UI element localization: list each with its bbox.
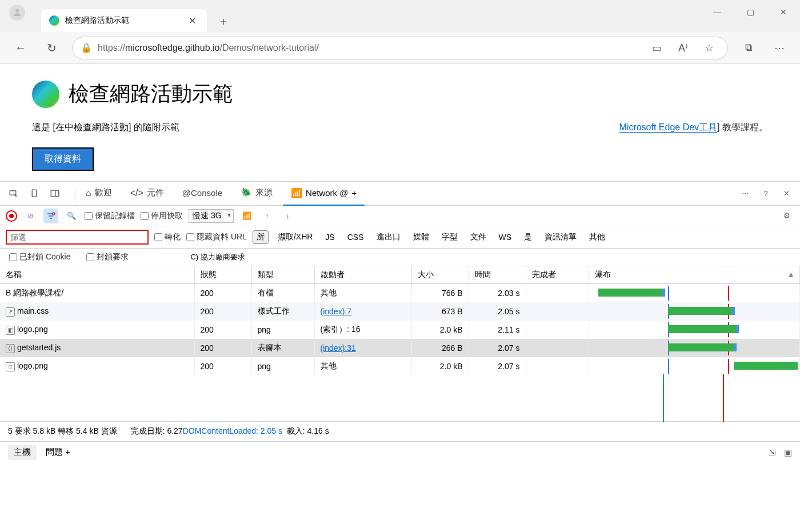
- drawer-tab-host[interactable]: 主機: [8, 445, 37, 460]
- reader-icon[interactable]: ▭: [646, 38, 667, 58]
- code-icon: </>: [130, 188, 143, 198]
- new-tab-button[interactable]: ＋: [213, 10, 234, 32]
- address-bar[interactable]: 🔒 https://microsoftedge.github.io/Demos/…: [72, 37, 728, 59]
- home-icon: ⌂: [86, 188, 91, 198]
- search-icon[interactable]: 🔍: [64, 209, 79, 223]
- col-time[interactable]: 時間: [469, 266, 526, 284]
- read-aloud-icon[interactable]: A⁾: [673, 38, 693, 58]
- help-button[interactable]: ?: [757, 185, 775, 202]
- profile-avatar[interactable]: [9, 5, 25, 21]
- drawer-expand-icon[interactable]: ▣: [784, 447, 792, 458]
- filter-wasm[interactable]: 是: [521, 231, 535, 243]
- cell-initiator[interactable]: (index):31: [314, 339, 411, 357]
- blocked-cookies-checkbox[interactable]: 已封鎖 Cookie: [9, 252, 70, 262]
- favorite-icon[interactable]: ☆: [699, 38, 719, 58]
- cell-name: ↗main.css: [0, 302, 194, 321]
- filter-media[interactable]: 媒體: [410, 231, 433, 243]
- devtools-panel: ⌂歡迎 </>元件 @Console 🪲來源 📶Network @ + ⋯ ? …: [0, 181, 800, 463]
- filter-other[interactable]: 其他: [586, 231, 609, 243]
- col-type[interactable]: 類型: [251, 266, 314, 284]
- filter-fetch[interactable]: 擷取/XHR: [274, 231, 316, 243]
- filter-toggle-icon[interactable]: [43, 209, 58, 223]
- cell-time: 2.05 s: [469, 302, 526, 321]
- col-fulfilled[interactable]: 完成者: [526, 266, 589, 284]
- close-devtools-button[interactable]: ✕: [777, 185, 795, 202]
- cell-initiator: 其他: [314, 284, 411, 303]
- filter-ws[interactable]: WS: [495, 231, 515, 243]
- table-row[interactable]: □logo.png 200 png 其他 2.0 kB 2.07 s: [0, 357, 800, 375]
- tab-network[interactable]: 📶Network @ +: [283, 182, 365, 206]
- cell-fulfilled: [526, 339, 589, 357]
- invert-checkbox[interactable]: 轉化: [154, 232, 181, 242]
- col-initiator[interactable]: 啟動者: [314, 266, 411, 284]
- filter-font[interactable]: 字型: [438, 231, 461, 243]
- table-row[interactable]: ↗main.css 200 樣式工作 (index):7 673 B 2.05 …: [0, 302, 800, 321]
- refresh-button[interactable]: ↻: [41, 38, 62, 58]
- minimize-button[interactable]: —: [701, 0, 734, 24]
- filter-doc[interactable]: 文件: [467, 231, 490, 243]
- back-button[interactable]: ←: [10, 38, 31, 58]
- filter-js[interactable]: JS: [322, 231, 338, 243]
- dock-side-icon[interactable]: [46, 185, 64, 202]
- export-har-icon[interactable]: ↓: [281, 209, 295, 223]
- edge-logo-icon: [32, 81, 59, 108]
- get-data-button[interactable]: 取得資料: [32, 147, 94, 171]
- record-button[interactable]: [6, 210, 17, 222]
- filter-css[interactable]: CSS: [344, 231, 367, 243]
- filter-all[interactable]: 所: [253, 230, 269, 244]
- cell-name: ⟨⟩getstarted.js: [0, 339, 194, 357]
- cell-size: 766 B: [411, 284, 469, 303]
- tab-welcome[interactable]: ⌂歡迎: [78, 182, 120, 206]
- cell-initiator[interactable]: (index):7: [314, 302, 411, 321]
- svg-rect-2: [32, 190, 37, 197]
- tab-sources[interactable]: 🪲來源: [233, 182, 281, 206]
- cell-name: B 網路教學課程/: [0, 284, 194, 303]
- file-type-icon: □: [6, 362, 15, 371]
- device-toggle-icon[interactable]: [25, 185, 43, 202]
- inspect-element-icon[interactable]: [5, 185, 23, 202]
- hide-data-urls-checkbox[interactable]: 隱藏資料 URL: [186, 232, 247, 242]
- col-name[interactable]: 名稱: [0, 266, 194, 284]
- cell-time: 2.11 s: [469, 321, 526, 339]
- table-row[interactable]: ◧logo.png 200 png (索引）: 16 2.0 kB 2.11 s: [0, 321, 800, 339]
- blocked-requests-checkbox[interactable]: 封鎖要求: [86, 252, 129, 262]
- col-size[interactable]: 大小: [411, 266, 469, 284]
- tab-close-button[interactable]: ✕: [185, 14, 199, 27]
- network-settings-icon[interactable]: ⚙: [779, 209, 794, 223]
- close-window-button[interactable]: ✕: [767, 0, 800, 24]
- cell-name: □logo.png: [0, 357, 194, 375]
- preserve-log-checkbox[interactable]: 保留記錄檔: [85, 211, 135, 221]
- network-status-bar: 5 要求 5.8 kB 轉移 5.4 kB 資源 完成日期: 6.27DOMCo…: [0, 421, 800, 441]
- disable-cache-checkbox[interactable]: 停用快取: [141, 211, 183, 221]
- cell-status: 200: [194, 302, 251, 321]
- maximize-button[interactable]: ▢: [734, 0, 767, 24]
- drawer-tab-issues[interactable]: 問題 +: [46, 447, 70, 458]
- clear-button[interactable]: ⊘: [23, 209, 38, 223]
- cell-size: 673 B: [411, 302, 469, 321]
- filter-img[interactable]: 進出口: [373, 231, 404, 243]
- cell-status: 200: [194, 321, 251, 339]
- throttling-select[interactable]: 慢速 3G: [189, 209, 234, 223]
- table-row[interactable]: ⟨⟩getstarted.js 200 表腳本 (index):31 266 B…: [0, 339, 800, 357]
- cell-initiator: (索引）: 16: [314, 321, 411, 339]
- menu-button[interactable]: ⋯: [769, 38, 790, 58]
- collections-icon[interactable]: ⧉: [738, 38, 759, 58]
- status-finish: 完成日期: 6.27DOMContentLoaded: 2.05 s 載入: 4…: [131, 426, 329, 437]
- page-content: 檢查網路活動示範 這是 [在中檢查網路活動] 的隨附示範 Microsoft E…: [0, 64, 800, 181]
- more-tools-button[interactable]: ⋯: [736, 185, 754, 202]
- network-conditions-icon[interactable]: 📶: [239, 209, 254, 223]
- col-waterfall[interactable]: 瀑布▲: [589, 266, 800, 284]
- page-tutorial-link: Microsoft Edge Dev工具] 教學課程。: [619, 122, 769, 134]
- filter-manifest[interactable]: 資訊清單: [541, 231, 580, 243]
- filter-input[interactable]: [6, 230, 149, 245]
- tab-console[interactable]: @Console: [174, 182, 230, 206]
- import-har-icon[interactable]: ↑: [260, 209, 275, 223]
- table-row[interactable]: B 網路教學課程/ 200 有檔 其他 766 B 2.03 s: [0, 284, 800, 303]
- cell-time: 2.07 s: [469, 339, 526, 357]
- cell-initiator: 其他: [314, 357, 411, 375]
- browser-tab[interactable]: 檢查網路活動示範 ✕: [41, 9, 207, 32]
- tab-elements[interactable]: </>元件: [122, 182, 172, 206]
- drawer-toggle-icon[interactable]: ⇲: [769, 447, 776, 458]
- col-status[interactable]: 狀態: [194, 266, 251, 284]
- cell-fulfilled: [526, 321, 589, 339]
